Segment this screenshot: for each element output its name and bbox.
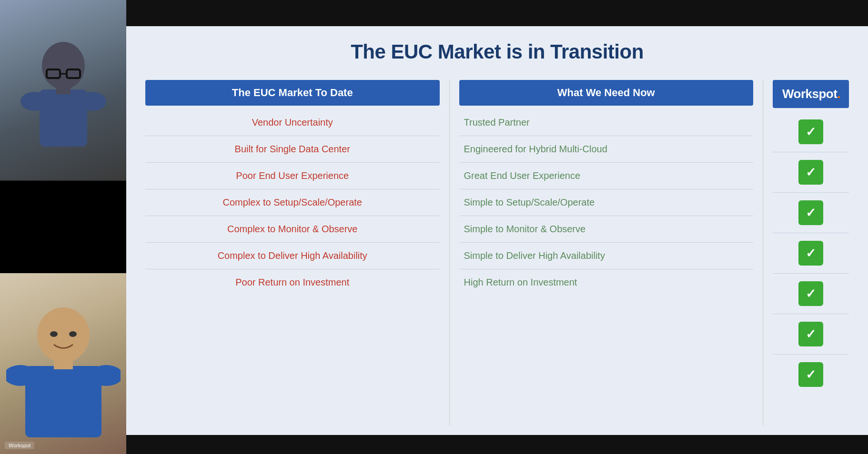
top-letterbox-bar — [126, 0, 868, 26]
euc-row-2: Built for Single Data Center — [145, 136, 440, 163]
col-workspot: Workspot. ✓ ✓ ✓ ✓ ✓ ✓ ✓ — [763, 80, 849, 425]
euc-row-7: Poor Return on Investment — [145, 269, 440, 296]
euc-row-3: Poor End User Experience — [145, 163, 440, 189]
svg-point-8 — [37, 307, 90, 363]
comparison-table: The EUC Market To Date Vendor Uncertaint… — [145, 80, 849, 425]
need-row-1: Trusted Partner — [459, 109, 754, 136]
col-need-header: What We Need Now — [459, 80, 754, 106]
checkmark-icon-2: ✓ — [798, 160, 823, 185]
euc-row-6: Complex to Deliver High Availability — [145, 243, 440, 269]
slide-title: The EUC Market is in Transition — [145, 40, 849, 63]
euc-row-1: Vendor Uncertainty — [145, 109, 440, 136]
slide-content: The EUC Market is in Transition The EUC … — [126, 26, 868, 435]
euc-row-4: Complex to Setup/Scale/Operate — [145, 189, 440, 216]
svg-point-9 — [50, 331, 58, 337]
col-euc-market: The EUC Market To Date Vendor Uncertaint… — [145, 80, 450, 425]
check-row-7: ✓ — [773, 355, 849, 395]
checkmark-icon-4: ✓ — [798, 241, 823, 266]
svg-rect-12 — [54, 359, 73, 369]
video-sidebar: Workspot — [0, 0, 126, 454]
workspot-dot: . — [837, 87, 840, 101]
check-row-4: ✓ — [773, 233, 849, 274]
need-row-4: Simple to Setup/Scale/Operate — [459, 189, 754, 216]
need-row-3: Great End User Experience — [459, 163, 754, 189]
checkmark-icon-3: ✓ — [798, 200, 823, 225]
svg-point-7 — [78, 92, 106, 111]
check-row-3: ✓ — [773, 193, 849, 233]
video-gap — [0, 181, 126, 273]
workspot-watermark: Workspot — [5, 442, 34, 449]
svg-rect-5 — [56, 85, 71, 94]
checkmark-icon-1: ✓ — [798, 119, 823, 144]
svg-point-0 — [42, 42, 85, 89]
checkmark-icon-6: ✓ — [798, 322, 823, 346]
need-row-2: Engineered for Hybrid Multi-Cloud — [459, 136, 754, 163]
svg-point-6 — [20, 92, 49, 111]
col-need-now: What We Need Now Trusted Partner Enginee… — [450, 80, 764, 425]
checkmark-icon-7: ✓ — [798, 362, 823, 387]
workspot-label: Workspot — [782, 87, 837, 101]
check-row-5: ✓ — [773, 274, 849, 314]
video-feed-bottom: Workspot — [0, 273, 126, 454]
need-row-5: Simple to Monitor & Observe — [459, 216, 754, 243]
col-euc-header: The EUC Market To Date — [145, 80, 440, 106]
video-feed-top — [0, 0, 126, 181]
col-workspot-header: Workspot. — [773, 80, 849, 108]
svg-point-10 — [69, 331, 77, 337]
euc-row-5: Complex to Monitor & Observe — [145, 216, 440, 243]
check-row-6: ✓ — [773, 314, 849, 355]
need-row-7: High Return on Investment — [459, 269, 754, 296]
checkmark-icon-5: ✓ — [798, 281, 823, 306]
check-row-1: ✓ — [773, 112, 849, 152]
bottom-letterbox-bar — [126, 435, 868, 454]
check-row-2: ✓ — [773, 152, 849, 193]
need-row-6: Simple to Deliver High Availability — [459, 243, 754, 269]
